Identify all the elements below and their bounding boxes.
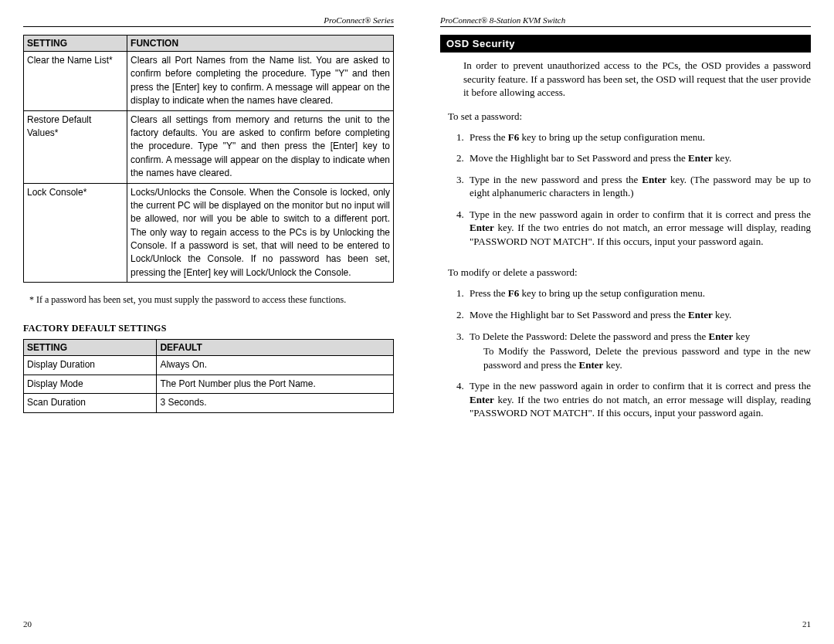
factory-defaults-heading: FACTORY DEFAULT SETTINGS [23,323,394,334]
list-item: Move the Highlight bar to Set Password a… [466,151,811,165]
page-number-left: 20 [23,619,32,629]
cell-function: Locks/Unlocks the Console. When the Cons… [127,183,394,283]
cell-setting: Display Mode [24,375,157,393]
table-row: Lock Console* Locks/Unlocks the Console.… [24,183,394,283]
cell-setting: Clear the Name List* [24,52,127,111]
cell-function: Clears all Port Names from the Name list… [127,52,394,111]
list-item: Move the Highlight bar to Set Password a… [466,308,811,322]
list-item: Press the F6 key to bring up the setup c… [466,130,811,144]
table-row: Display Mode The Port Number plus the Po… [24,375,394,393]
cell-setting: Restore Default Values* [24,110,127,183]
cell-default: The Port Number plus the Port Name. [157,375,394,393]
cell-default: 3 Seconds. [157,394,394,412]
list-item: Type in the new password again in order … [466,379,811,420]
list-item-subline: To Modify the Password, Delete the previ… [470,344,811,371]
intro-paragraph: In order to prevent unauthorized access … [463,59,811,100]
table-row: Scan Duration 3 Seconds. [24,394,394,412]
page-number-right: 21 [802,619,811,629]
list-item: To Delete the Password: Delete the passw… [466,330,811,372]
footnote: * If a password has been set, you must s… [29,293,394,306]
th-function: FUNCTION [127,36,394,52]
table-row: Display Duration Always On. [24,356,394,375]
cell-default: Always On. [157,356,394,375]
settings-function-table: SETTING FUNCTION Clear the Name List* Cl… [23,35,394,283]
list-item: Type in the new password and press the E… [466,173,811,200]
set-password-steps: Press the F6 key to bring up the setup c… [466,130,811,256]
modify-password-lead: To modify or delete a password: [448,266,811,279]
modify-password-steps: Press the F6 key to bring up the setup c… [466,286,811,427]
factory-defaults-table: SETTING DEFAULT Display Duration Always … [23,339,394,412]
th-default: DEFAULT [157,340,394,356]
cell-function: Clears all settings from memory and retu… [127,110,394,183]
cell-setting: Lock Console* [24,183,127,283]
cell-setting: Display Duration [24,356,157,375]
list-item: Press the F6 key to bring up the setup c… [466,286,811,300]
page-right: ProConnect® 8-Station KVM Switch OSD Sec… [417,15,834,629]
page-left: ProConnect® Series SETTING FUNCTION Clea… [0,15,417,629]
table-row: Restore Default Values* Clears all setti… [24,110,394,183]
th-setting: SETTING [24,340,157,356]
page-header-left: ProConnect® Series [23,15,394,27]
list-item: Type in the new password again in order … [466,208,811,249]
table-row: Clear the Name List* Clears all Port Nam… [24,52,394,111]
page-header-right: ProConnect® 8-Station KVM Switch [440,15,811,27]
set-password-lead: To set a password: [448,110,811,123]
section-title-bar: OSD Security [440,35,811,53]
cell-setting: Scan Duration [24,394,157,412]
th-setting: SETTING [24,36,127,52]
